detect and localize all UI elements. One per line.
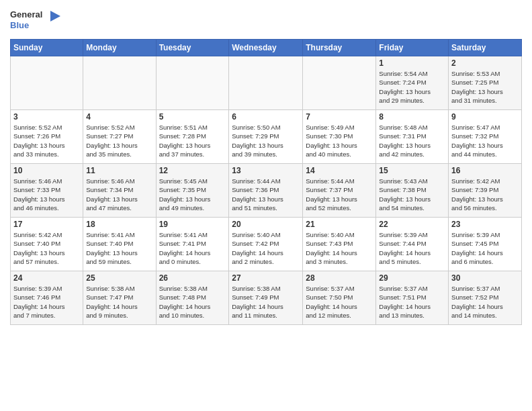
day-number: 4: [86, 112, 152, 122]
day-info: Sunrise: 5:43 AM Sunset: 7:38 PM Dayligh…: [379, 177, 445, 212]
day-number: 1: [379, 58, 445, 68]
weekday-header-saturday: Saturday: [449, 40, 522, 56]
day-number: 21: [306, 220, 373, 229]
weekday-header-row: SundayMondayTuesdayWednesdayThursdayFrid…: [11, 40, 522, 56]
day-cell: 24Sunrise: 5:39 AM Sunset: 7:46 PM Dayli…: [11, 271, 83, 325]
day-number: 2: [451, 58, 519, 68]
day-cell: 11Sunrise: 5:46 AM Sunset: 7:34 PM Dayli…: [83, 164, 156, 218]
day-info: Sunrise: 5:46 AM Sunset: 7:33 PM Dayligh…: [13, 177, 80, 212]
week-row-5: 24Sunrise: 5:39 AM Sunset: 7:46 PM Dayli…: [11, 271, 522, 325]
day-cell: 19Sunrise: 5:41 AM Sunset: 7:41 PM Dayli…: [156, 218, 229, 271]
day-cell: 12Sunrise: 5:45 AM Sunset: 7:35 PM Dayli…: [156, 164, 229, 218]
day-cell: 7Sunrise: 5:49 AM Sunset: 7:30 PM Daylig…: [303, 110, 376, 164]
day-number: 17: [13, 220, 80, 229]
day-number: 3: [13, 112, 80, 122]
day-cell: [229, 56, 303, 110]
logo-svg: General Blue: [10, 7, 64, 34]
day-cell: [83, 56, 156, 110]
header: General Blue: [10, 7, 522, 34]
day-info: Sunrise: 5:44 AM Sunset: 7:37 PM Dayligh…: [306, 177, 373, 212]
day-cell: 21Sunrise: 5:40 AM Sunset: 7:43 PM Dayli…: [303, 218, 376, 271]
week-row-2: 3Sunrise: 5:52 AM Sunset: 7:26 PM Daylig…: [11, 110, 522, 164]
weekday-header-thursday: Thursday: [303, 40, 376, 56]
day-cell: 27Sunrise: 5:38 AM Sunset: 7:49 PM Dayli…: [229, 271, 303, 325]
day-info: Sunrise: 5:45 AM Sunset: 7:35 PM Dayligh…: [159, 177, 226, 212]
day-number: 9: [451, 112, 519, 122]
day-number: 24: [13, 273, 80, 283]
day-info: Sunrise: 5:53 AM Sunset: 7:25 PM Dayligh…: [451, 69, 519, 105]
day-cell: [156, 56, 229, 110]
day-info: Sunrise: 5:37 AM Sunset: 7:52 PM Dayligh…: [451, 284, 519, 320]
day-cell: 30Sunrise: 5:37 AM Sunset: 7:52 PM Dayli…: [449, 271, 522, 325]
day-info: Sunrise: 5:44 AM Sunset: 7:36 PM Dayligh…: [232, 177, 300, 212]
day-info: Sunrise: 5:52 AM Sunset: 7:27 PM Dayligh…: [86, 123, 152, 158]
day-cell: 1Sunrise: 5:54 AM Sunset: 7:24 PM Daylig…: [376, 56, 449, 110]
day-cell: 28Sunrise: 5:37 AM Sunset: 7:50 PM Dayli…: [303, 271, 376, 325]
day-info: Sunrise: 5:50 AM Sunset: 7:29 PM Dayligh…: [232, 123, 300, 158]
day-number: 10: [13, 166, 80, 175]
day-info: Sunrise: 5:52 AM Sunset: 7:26 PM Dayligh…: [13, 123, 80, 158]
day-number: 7: [306, 112, 373, 122]
day-number: 29: [379, 273, 445, 283]
day-cell: 20Sunrise: 5:40 AM Sunset: 7:42 PM Dayli…: [229, 218, 303, 271]
day-number: 8: [379, 112, 445, 122]
day-number: 26: [159, 273, 226, 283]
day-cell: 15Sunrise: 5:43 AM Sunset: 7:38 PM Dayli…: [376, 164, 449, 218]
day-info: Sunrise: 5:47 AM Sunset: 7:32 PM Dayligh…: [451, 123, 519, 158]
day-info: Sunrise: 5:49 AM Sunset: 7:30 PM Dayligh…: [306, 123, 373, 158]
day-info: Sunrise: 5:41 AM Sunset: 7:40 PM Dayligh…: [86, 230, 152, 266]
day-info: Sunrise: 5:42 AM Sunset: 7:40 PM Dayligh…: [13, 230, 80, 266]
day-number: 12: [159, 166, 226, 175]
day-cell: 5Sunrise: 5:51 AM Sunset: 7:28 PM Daylig…: [156, 110, 229, 164]
day-number: 20: [232, 220, 300, 229]
day-info: Sunrise: 5:51 AM Sunset: 7:28 PM Dayligh…: [159, 123, 226, 158]
day-info: Sunrise: 5:48 AM Sunset: 7:31 PM Dayligh…: [379, 123, 445, 158]
day-number: 13: [232, 166, 300, 175]
day-info: Sunrise: 5:39 AM Sunset: 7:46 PM Dayligh…: [13, 284, 80, 320]
day-cell: [11, 56, 83, 110]
day-number: 22: [379, 220, 445, 229]
day-number: 5: [159, 112, 226, 122]
weekday-header-wednesday: Wednesday: [229, 40, 303, 56]
day-info: Sunrise: 5:37 AM Sunset: 7:51 PM Dayligh…: [379, 284, 445, 320]
day-number: 23: [451, 220, 519, 229]
day-cell: 13Sunrise: 5:44 AM Sunset: 7:36 PM Dayli…: [229, 164, 303, 218]
day-number: 30: [451, 273, 519, 283]
day-cell: 4Sunrise: 5:52 AM Sunset: 7:27 PM Daylig…: [83, 110, 156, 164]
day-number: 18: [86, 220, 152, 229]
day-cell: 26Sunrise: 5:38 AM Sunset: 7:48 PM Dayli…: [156, 271, 229, 325]
weekday-header-tuesday: Tuesday: [156, 40, 229, 56]
week-row-3: 10Sunrise: 5:46 AM Sunset: 7:33 PM Dayli…: [11, 164, 522, 218]
day-cell: 16Sunrise: 5:42 AM Sunset: 7:39 PM Dayli…: [449, 164, 522, 218]
weekday-header-monday: Monday: [83, 40, 156, 56]
day-cell: [303, 56, 376, 110]
day-number: 27: [232, 273, 300, 283]
weekday-header-friday: Friday: [376, 40, 449, 56]
day-number: 25: [86, 273, 152, 283]
day-cell: 9Sunrise: 5:47 AM Sunset: 7:32 PM Daylig…: [449, 110, 522, 164]
day-info: Sunrise: 5:38 AM Sunset: 7:48 PM Dayligh…: [159, 284, 226, 320]
day-info: Sunrise: 5:40 AM Sunset: 7:43 PM Dayligh…: [306, 230, 373, 266]
week-row-1: 1Sunrise: 5:54 AM Sunset: 7:24 PM Daylig…: [11, 56, 522, 110]
day-info: Sunrise: 5:42 AM Sunset: 7:39 PM Dayligh…: [451, 177, 519, 212]
svg-text:General: General: [10, 9, 42, 19]
day-info: Sunrise: 5:38 AM Sunset: 7:47 PM Dayligh…: [86, 284, 152, 320]
day-number: 16: [451, 166, 519, 175]
day-info: Sunrise: 5:40 AM Sunset: 7:42 PM Dayligh…: [232, 230, 300, 266]
day-cell: 2Sunrise: 5:53 AM Sunset: 7:25 PM Daylig…: [449, 56, 522, 110]
svg-marker-1: [50, 11, 60, 21]
day-cell: 23Sunrise: 5:39 AM Sunset: 7:45 PM Dayli…: [449, 218, 522, 271]
day-number: 14: [306, 166, 373, 175]
day-number: 11: [86, 166, 152, 175]
logo: General Blue: [10, 7, 64, 34]
week-row-4: 17Sunrise: 5:42 AM Sunset: 7:40 PM Dayli…: [11, 218, 522, 271]
day-number: 28: [306, 273, 373, 283]
day-cell: 29Sunrise: 5:37 AM Sunset: 7:51 PM Dayli…: [376, 271, 449, 325]
svg-text:Blue: Blue: [10, 20, 29, 30]
day-info: Sunrise: 5:46 AM Sunset: 7:34 PM Dayligh…: [86, 177, 152, 212]
calendar-table: SundayMondayTuesdayWednesdayThursdayFrid…: [10, 39, 522, 325]
day-cell: 17Sunrise: 5:42 AM Sunset: 7:40 PM Dayli…: [11, 218, 83, 271]
day-info: Sunrise: 5:39 AM Sunset: 7:45 PM Dayligh…: [451, 230, 519, 266]
day-cell: 25Sunrise: 5:38 AM Sunset: 7:47 PM Dayli…: [83, 271, 156, 325]
day-info: Sunrise: 5:38 AM Sunset: 7:49 PM Dayligh…: [232, 284, 300, 320]
